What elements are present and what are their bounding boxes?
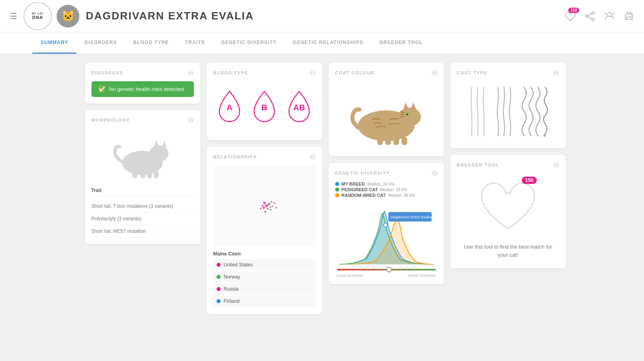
diversity-random-label: RANDOM-BRED CAT: [342, 193, 386, 198]
breeder-tool-title: BREEDER TOOL: [457, 163, 499, 167]
svg-point-10: [631, 15, 632, 16]
blood-drop-b: B: [250, 89, 278, 126]
coat-cat-image: [335, 81, 438, 150]
breeder-tool-card: BREEDER TOOL ⊖ 150 Use this tool to find…: [451, 155, 566, 268]
legend-dot-norway: [217, 275, 221, 279]
svg-rect-9: [627, 17, 631, 19]
svg-point-29: [267, 203, 270, 206]
trait-item-0: Short tail, T-box mutations (3 variants): [91, 200, 194, 213]
nav-breeder-tool[interactable]: BREEDER TOOL: [371, 32, 431, 54]
diversity-legend-random: RANDOM-BRED CAT Median: 38.9%: [335, 193, 438, 198]
svg-rect-15: [132, 171, 137, 178]
blood-drop-ab: AB: [285, 89, 313, 126]
legend-dot-russia: [217, 287, 221, 291]
svg-rect-16: [140, 171, 145, 178]
check-icon: ✅: [98, 85, 106, 93]
svg-text:45: 45: [398, 266, 402, 267]
dashboard: DISORDERS ⊖ ✅ No genetic health risks de…: [75, 55, 569, 322]
nav-genetic-diversity[interactable]: GENETIC DIVERSITY: [213, 32, 285, 54]
column-2: BLOOD TYPE ⊖ A B AB: [207, 63, 322, 314]
svg-point-32: [273, 202, 275, 204]
relationships-card-header: RELATIONSHIPS ⊖: [213, 153, 316, 160]
diversity-legend-pedigreed: PEDIGREED CAT Median: 33.9%: [335, 187, 438, 192]
diversity-legend: MY BREED Median: 34.4% PEDIGREED CAT Med…: [335, 182, 438, 198]
legend-norway: Norway: [213, 271, 316, 283]
blood-type-collapse-btn[interactable]: ⊖: [310, 69, 316, 76]
coat-type-card: COAT TYPE ⊖: [451, 63, 566, 148]
diversity-dot-pedigreed: [335, 188, 339, 192]
less-diverse-label: LESS DIVERSE: [337, 274, 363, 278]
svg-point-20: [262, 207, 265, 209]
coat-type-card-header: COAT TYPE ⊖: [457, 69, 559, 76]
diversity-dot-random: [335, 193, 339, 197]
blood-type-ab-label: AB: [293, 103, 305, 112]
morphology-collapse-btn[interactable]: ⊖: [188, 116, 194, 124]
svg-text:50: 50: [405, 266, 409, 267]
svg-point-25: [270, 206, 271, 208]
svg-rect-17: [147, 171, 152, 178]
nav-genetic-relationships[interactable]: GENETIC RELATIONSHIPS: [285, 32, 371, 54]
coat-strands: [457, 81, 559, 142]
legend-russia: Russia: [213, 283, 316, 295]
morphology-card-header: MORPHOLOGY ⊖: [91, 116, 194, 124]
trait-label: Trait: [91, 188, 194, 197]
nav-traits[interactable]: TRAITS: [177, 32, 213, 54]
main-nav: SUMMARY DISORDERS BLOOD TYPE TRAITS GENE…: [0, 32, 644, 55]
nav-blood-type[interactable]: BLOOD TYPE: [125, 32, 177, 54]
app-logo: MY CAT DNA: [23, 2, 52, 30]
svg-line-6: [588, 17, 592, 19]
diversity-breed-median: Median: 34.4%: [367, 182, 394, 186]
svg-point-26: [264, 211, 266, 213]
svg-point-3: [592, 18, 594, 21]
disorders-card: DISORDERS ⊖ ✅ No genetic health risks de…: [85, 63, 200, 103]
nav-summary[interactable]: SUMMARY: [32, 32, 77, 54]
genetic-diversity-card-header: GENETIC DIVERSITY ⊖: [335, 169, 438, 177]
relationships-collapse-btn[interactable]: ⊖: [310, 153, 316, 160]
scatter-plot: [213, 165, 316, 246]
heart-badge: 150: [568, 8, 579, 13]
relationships-card: RELATIONSHIPS ⊖: [207, 147, 322, 314]
breed-label: Maine Coon: [213, 251, 316, 257]
disorders-collapse-btn[interactable]: ⊖: [188, 69, 194, 76]
svg-point-22: [263, 202, 266, 205]
legend-label-norway: Norway: [224, 274, 240, 280]
column-3: COAT COLOUR ⊖: [329, 63, 444, 314]
hamburger-menu[interactable]: ☰: [10, 11, 17, 21]
column-4: COAT TYPE ⊖: [451, 63, 566, 314]
share-button[interactable]: [584, 11, 595, 21]
diversity-legend-my-breed: MY BREED Median: 34.4%: [335, 182, 438, 186]
breeder-tool-badge: 150: [522, 177, 536, 184]
diversity-pedigreed-median: Median: 33.9%: [380, 188, 407, 192]
svg-point-4: [585, 15, 588, 17]
coat-type-collapse-btn[interactable]: ⊖: [553, 69, 559, 76]
svg-text:25: 25: [372, 266, 375, 267]
heart-button[interactable]: 150: [565, 11, 576, 21]
blood-type-a-label: A: [227, 103, 232, 112]
cat-silhouette: [91, 129, 194, 188]
genetic-diversity-collapse-btn[interactable]: ⊖: [431, 169, 438, 177]
legend-label-russia: Russia: [224, 286, 239, 292]
svg-rect-46: [393, 137, 399, 145]
disorders-card-header: DISORDERS ⊖: [91, 69, 194, 76]
blood-drop-a: A: [215, 89, 244, 126]
svg-marker-14: [162, 141, 167, 147]
diversity-chart: Dagdrivarn Extra Evalia, 3... 0 5 10 15 …: [335, 203, 438, 267]
breeder-tool-card-header: BREEDER TOOL ⊖: [457, 161, 559, 169]
diversity-dot-breed: [335, 182, 339, 186]
coat-colour-collapse-btn[interactable]: ⊖: [431, 69, 438, 76]
svg-point-28: [259, 208, 261, 209]
coat-type-title: COAT TYPE: [457, 70, 488, 75]
breeder-tool-collapse-btn[interactable]: ⊖: [553, 161, 559, 169]
nav-disorders[interactable]: DISORDERS: [77, 32, 125, 54]
svg-text:10: 10: [351, 266, 355, 267]
blood-drops: A B AB: [213, 81, 316, 134]
legend-label-us: United States: [224, 262, 253, 268]
trait-item-2: Short tail, HES7 mutation: [91, 225, 194, 238]
cat-profile-button[interactable]: [604, 11, 616, 21]
trait-item-1: Polydactyly (3 variants): [91, 213, 194, 225]
coat-colour-card-header: COAT COLOUR ⊖: [335, 69, 438, 76]
print-button[interactable]: [624, 11, 634, 21]
morphology-card: MORPHOLOGY ⊖: [85, 110, 200, 244]
blood-type-title: BLOOD TYPE: [213, 70, 249, 75]
diversity-breed-label: MY BREED: [342, 182, 365, 186]
